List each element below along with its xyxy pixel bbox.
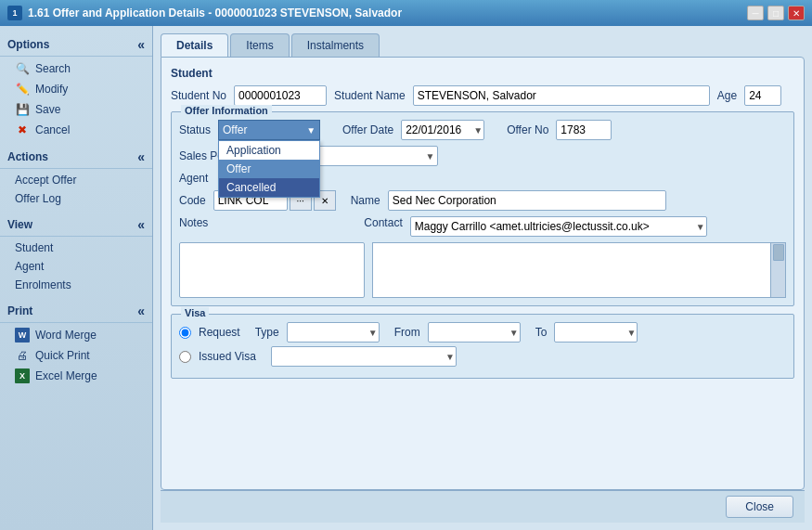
offer-log-label: Offer Log [15, 192, 61, 205]
view-label: View [7, 218, 32, 231]
visa-section: Visa Request Type ▼ From ▼ To [171, 314, 794, 379]
name-input[interactable] [388, 190, 666, 211]
from-label: From [394, 326, 420, 339]
sidebar-item-student[interactable]: Student [0, 239, 152, 257]
sidebar-item-agent[interactable]: Agent [0, 257, 152, 276]
cancel-label: Cancel [35, 123, 70, 136]
status-row: Status Offer ▼ Application Offer Cancell… [179, 120, 786, 140]
cancel-icon: ✖ [15, 123, 30, 137]
word-icon: W [15, 328, 30, 343]
scrollbar[interactable] [770, 243, 785, 297]
option-offer[interactable]: Offer [219, 160, 319, 178]
status-dropdown-arrow: ▼ [306, 125, 316, 136]
offer-date-container: ▼ [401, 120, 484, 140]
contact-arrow: ▼ [696, 222, 705, 232]
notes-label: Notes [179, 216, 208, 229]
excel-icon: X [15, 368, 30, 383]
sidebar-item-save[interactable]: 💾 Save [0, 99, 152, 120]
scrollbar-thumb [773, 244, 784, 261]
actions-chevron: « [137, 149, 145, 164]
issued-visa-label: Issued Visa [199, 350, 256, 363]
maximize-button[interactable]: □ [767, 6, 784, 20]
student-row: Student No Student Name Age [171, 85, 794, 106]
title-bar: 1 1.61 Offer and Application Details - 0… [0, 0, 812, 26]
type-label: Type [255, 326, 279, 339]
option-cancelled[interactable]: Cancelled [219, 178, 319, 197]
notes-textarea[interactable] [179, 242, 365, 298]
visa-section-label: Visa [181, 307, 209, 318]
age-label: Age [717, 89, 737, 102]
from-container: ▼ [428, 322, 521, 343]
view-chevron: « [137, 217, 145, 232]
main-panel: Student Student No Student Name Age Offe… [161, 57, 805, 490]
offer-date-input[interactable] [401, 120, 484, 140]
contact-input[interactable] [410, 216, 707, 237]
tab-items[interactable]: Items [230, 33, 289, 57]
sidebar-item-modify[interactable]: ✏️ Modify [0, 79, 152, 99]
student-no-input[interactable] [234, 85, 327, 106]
tab-bar: Details Items Instalments [161, 33, 805, 57]
close-button[interactable]: Close [726, 496, 793, 518]
request-row: Request Type ▼ From ▼ To ▼ [179, 322, 786, 343]
age-input[interactable] [744, 85, 781, 106]
student-name-input[interactable] [413, 85, 710, 106]
modify-icon: ✏️ [15, 82, 30, 97]
sidebar-section-view: View « [0, 213, 152, 237]
window-close-button[interactable]: ✕ [788, 6, 805, 20]
word-merge-label: Word Merge [35, 329, 97, 342]
status-dropdown-popup: Application Offer Cancelled [218, 140, 320, 198]
print-icon: 🖨 [15, 348, 30, 363]
name-label: Name [351, 194, 380, 207]
type-container: ▼ [287, 322, 380, 343]
sidebar-item-word-merge[interactable]: W Word Merge [0, 325, 152, 345]
to-container: ▼ [554, 322, 638, 343]
search-icon: 🔍 [15, 61, 30, 76]
notes-textarea-row [179, 242, 786, 298]
sidebar-item-accept-offer[interactable]: Accept Offer [0, 171, 152, 189]
app-icon: 1 [7, 6, 22, 20]
tab-instalments[interactable]: Instalments [291, 33, 380, 57]
sidebar-item-excel-merge[interactable]: X Excel Merge [0, 366, 152, 386]
sidebar-item-search[interactable]: 🔍 Search [0, 58, 152, 79]
main-container: Options « 🔍 Search ✏️ Modify 💾 Save ✖ Ca… [0, 26, 812, 530]
offer-no-label: Offer No [507, 123, 548, 136]
content-area: Details Items Instalments Student Studen… [153, 26, 812, 530]
bottom-bar: Close [161, 490, 805, 523]
type-select[interactable] [287, 322, 380, 343]
notes-row: Notes Contact ▼ [179, 216, 786, 237]
request-radio[interactable] [179, 327, 191, 339]
enrolments-label: Enrolments [15, 278, 71, 291]
tab-details[interactable]: Details [161, 33, 228, 57]
issued-visa-select[interactable] [271, 346, 457, 367]
student-name-label: Student Name [334, 89, 406, 102]
option-application[interactable]: Application [219, 141, 319, 160]
sidebar-item-quick-print[interactable]: 🖨 Quick Print [0, 345, 152, 366]
code-label: Code [179, 194, 206, 207]
issued-visa-radio[interactable] [179, 351, 191, 363]
to-label: To [535, 326, 548, 339]
options-chevron: « [137, 37, 145, 52]
to-select[interactable] [554, 322, 638, 343]
accept-offer-label: Accept Offer [15, 174, 76, 187]
window-controls: ─ □ ✕ [747, 6, 805, 20]
status-dropdown[interactable]: Offer ▼ [218, 120, 320, 140]
sidebar-item-enrolments[interactable]: Enrolments [0, 276, 152, 294]
student-section-label: Student [171, 67, 794, 80]
options-label: Options [7, 38, 49, 51]
status-label: Status [179, 123, 211, 136]
save-icon: 💾 [15, 102, 30, 117]
issued-visa-container: ▼ [271, 346, 457, 367]
title-text: 1.61 Offer and Application Details - 000… [28, 6, 402, 19]
actions-label: Actions [7, 150, 48, 163]
minimize-button[interactable]: ─ [747, 6, 764, 20]
sidebar-item-offer-log[interactable]: Offer Log [0, 189, 152, 208]
sidebar: Options « 🔍 Search ✏️ Modify 💾 Save ✖ Ca… [0, 26, 153, 530]
offer-no-input[interactable] [556, 120, 612, 140]
excel-merge-label: Excel Merge [35, 369, 97, 382]
print-chevron: « [137, 304, 145, 318]
sidebar-section-print: Print « [0, 300, 152, 323]
from-select[interactable] [428, 322, 521, 343]
save-label: Save [35, 103, 60, 116]
sidebar-item-cancel[interactable]: ✖ Cancel [0, 120, 152, 140]
student-label: Student [15, 241, 53, 254]
